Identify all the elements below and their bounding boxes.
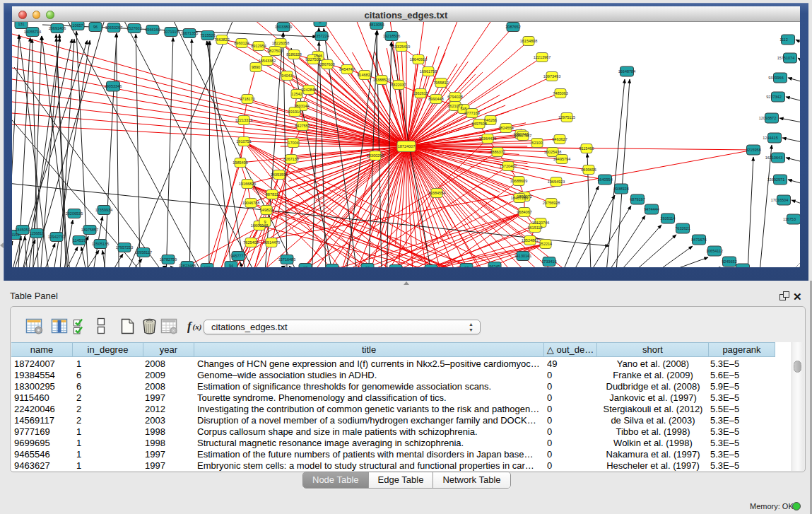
- svg-text:15716485: 15716485: [278, 257, 295, 262]
- svg-text:10657: 10657: [72, 23, 83, 28]
- svg-text:1244415: 1244415: [763, 136, 777, 140]
- svg-text:20206535: 20206535: [66, 211, 83, 216]
- svg-text:9457771: 9457771: [230, 254, 245, 258]
- svg-text:16210643: 16210643: [765, 156, 782, 160]
- svg-text:96: 96: [93, 25, 98, 29]
- svg-text:19166825: 19166825: [239, 182, 256, 186]
- svg-text:8990448: 8990448: [428, 97, 443, 101]
- svg-text:96245: 96245: [489, 264, 500, 267]
- svg-text:7632621: 7632621: [675, 226, 690, 230]
- svg-text:1156819: 1156819: [29, 231, 44, 235]
- svg-text:887832: 887832: [266, 192, 278, 197]
- svg-text:131: 131: [18, 22, 24, 26]
- svg-text:39151: 39151: [12, 233, 20, 237]
- svg-text:1345051: 1345051: [15, 228, 30, 232]
- svg-text:16671355: 16671355: [181, 31, 198, 35]
- svg-text:19218506: 19218506: [383, 34, 400, 38]
- svg-text:17004: 17004: [288, 141, 298, 145]
- svg-text:6794028: 6794028: [447, 95, 462, 99]
- svg-text:191914: 191914: [288, 110, 301, 114]
- svg-text:17957253: 17957253: [116, 245, 133, 250]
- svg-text:924: 924: [739, 267, 746, 267]
- svg-text:8186328: 8186328: [286, 52, 301, 57]
- svg-text:10120746: 10120746: [532, 221, 549, 225]
- svg-text:252214: 252214: [539, 242, 552, 246]
- svg-text:13524861: 13524861: [522, 238, 539, 243]
- svg-text:14495794: 14495794: [553, 157, 570, 161]
- svg-text:17359934: 17359934: [95, 208, 112, 212]
- svg-text:9329966: 9329966: [768, 76, 783, 80]
- svg-text:12093872: 12093872: [759, 116, 776, 120]
- svg-text:9242848: 9242848: [301, 88, 316, 92]
- svg-text:12213319: 12213319: [235, 118, 252, 122]
- svg-text:15388520: 15388520: [373, 78, 390, 82]
- svg-text:8813054: 8813054: [369, 23, 384, 27]
- svg-text:12213967: 12213967: [534, 55, 551, 59]
- svg-text:(x): (x): [193, 322, 202, 332]
- svg-text:8912954: 8912954: [251, 44, 266, 48]
- svg-text:8322037: 8322037: [391, 83, 406, 87]
- svg-text:19384554: 19384554: [428, 191, 445, 195]
- svg-text:1733416: 1733416: [541, 259, 556, 264]
- svg-text:94: 94: [229, 264, 233, 267]
- svg-text:7663822: 7663822: [214, 37, 229, 42]
- svg-text:16154808: 16154808: [520, 39, 537, 43]
- svg-text:114519: 114519: [73, 238, 86, 243]
- svg-text:3824554: 3824554: [498, 126, 513, 130]
- svg-text:20364436: 20364436: [479, 136, 496, 141]
- svg-text:20756928: 20756928: [543, 201, 560, 205]
- svg-text:9827503: 9827503: [267, 49, 282, 53]
- svg-text:62100: 62100: [531, 141, 542, 145]
- svg-text:7955812: 7955812: [433, 81, 448, 85]
- svg-text:18226058: 18226058: [272, 41, 289, 45]
- svg-text:14130141: 14130141: [514, 254, 531, 258]
- svg-text:6497508: 6497508: [471, 122, 486, 126]
- svg-text:9327508: 9327508: [305, 57, 320, 62]
- svg-text:9777169: 9777169: [464, 111, 479, 115]
- svg-text:18407289: 18407289: [511, 196, 528, 200]
- svg-text:1112: 1112: [779, 37, 787, 42]
- svg-text:17016504: 17016504: [771, 198, 788, 202]
- svg-text:16914479: 16914479: [263, 240, 280, 245]
- svg-text:18724007: 18724007: [398, 144, 415, 148]
- svg-text:1527602: 1527602: [126, 26, 141, 30]
- svg-text:2935114: 2935114: [660, 216, 675, 221]
- svg-text:1071915: 1071915: [163, 30, 178, 34]
- svg-text:15720407: 15720407: [500, 164, 517, 168]
- svg-text:12823485: 12823485: [179, 264, 196, 267]
- svg-text:1615112: 1615112: [527, 226, 542, 230]
- svg-text:16543382: 16543382: [259, 59, 276, 63]
- svg-text:13975857: 13975857: [81, 228, 98, 232]
- svg-text:13325419: 13325419: [393, 45, 410, 49]
- svg-text:18300295: 18300295: [367, 153, 384, 158]
- svg-text:9474444: 9474444: [644, 207, 659, 211]
- svg-text:9463627: 9463627: [552, 137, 567, 141]
- svg-text:9890: 9890: [252, 65, 260, 69]
- svg-text:12505135: 12505135: [92, 242, 109, 246]
- svg-text:10507487: 10507487: [514, 134, 531, 138]
- svg-text:10025438: 10025438: [544, 150, 561, 154]
- svg-text:8: 8: [319, 22, 321, 24]
- svg-text:16648784: 16648784: [618, 69, 635, 74]
- svg-text:1640954: 1640954: [597, 177, 612, 182]
- svg-text:7886372: 7886372: [490, 150, 505, 154]
- svg-text:9245652: 9245652: [722, 259, 736, 264]
- svg-text:9227342: 9227342: [766, 95, 781, 99]
- svg-text:10958117: 10958117: [135, 250, 152, 255]
- svg-text:7357224: 7357224: [314, 34, 329, 38]
- svg-text:1985495: 1985495: [233, 160, 247, 165]
- svg-text:0699695: 0699695: [581, 168, 596, 172]
- svg-text:12: 12: [365, 266, 370, 267]
- svg-text:15751074: 15751074: [777, 56, 794, 60]
- svg-text:8960124: 8960124: [234, 41, 249, 45]
- svg-text:9115460: 9115460: [579, 146, 594, 151]
- svg-text:8267130: 8267130: [283, 157, 298, 161]
- svg-text:12975115: 12975115: [558, 115, 575, 119]
- svg-text:2803144: 2803144: [294, 104, 309, 108]
- svg-text:9: 9: [264, 220, 266, 224]
- svg-text:15692971: 15692971: [767, 177, 784, 182]
- svg-text:12942737: 12942737: [48, 235, 65, 239]
- svg-text:8454749: 8454749: [339, 67, 354, 71]
- svg-text:14353594: 14353594: [271, 173, 288, 177]
- svg-text:17: 17: [464, 266, 469, 267]
